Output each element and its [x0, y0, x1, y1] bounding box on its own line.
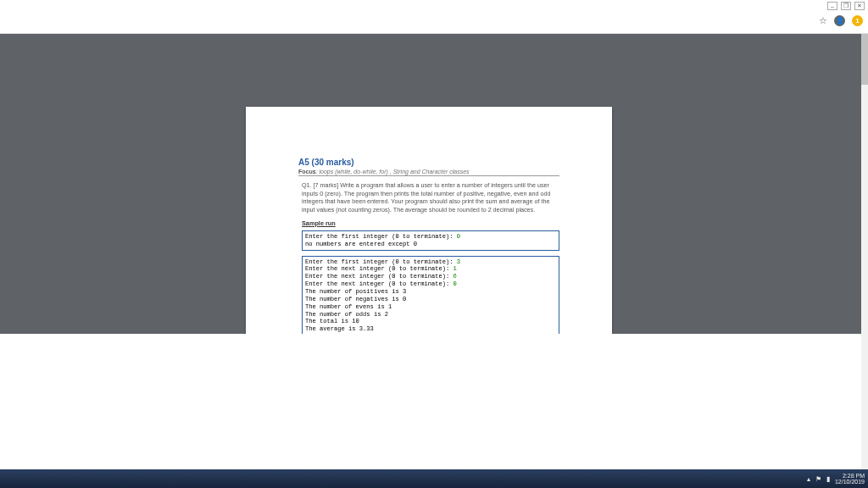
- profile-icon[interactable]: 👤: [834, 15, 845, 26]
- browser-actions: ☆ 👤 1: [819, 15, 863, 26]
- browser-chrome: – ❐ ✕ ☆ 👤 1: [0, 0, 868, 34]
- focus-text: : loops (while, do-while, for) , String …: [316, 169, 470, 175]
- bookmark-star-icon[interactable]: ☆: [819, 15, 827, 26]
- battery-icon[interactable]: ▮: [826, 475, 830, 483]
- sample-run-label: Sample run: [302, 219, 559, 227]
- sample-run-box-2: Enter the first integer (0 to terminate)…: [302, 256, 559, 336]
- show-hidden-icons-icon[interactable]: ▴: [807, 475, 810, 483]
- system-tray: ▴ ⚑ ▮ 2:28 PM 12/10/2019: [807, 473, 865, 485]
- window-minimize-button[interactable]: –: [827, 2, 837, 10]
- assignment-title: A5 (30 marks): [298, 158, 559, 167]
- page-bottom-band: [0, 334, 861, 469]
- window-maximize-button[interactable]: ❐: [841, 2, 851, 10]
- taskbar-time: 2:28 PM: [835, 473, 865, 479]
- focus-line: Focus: loops (while, do-while, for) , St…: [298, 169, 559, 176]
- question-1-text: Q1. [7 marks] Write a program that allow…: [302, 181, 559, 214]
- taskbar-date: 12/10/2019: [835, 479, 865, 485]
- windows-taskbar[interactable]: ▴ ⚑ ▮ 2:28 PM 12/10/2019: [0, 469, 868, 488]
- person-icon: 👤: [836, 17, 844, 25]
- scrollbar-thumb[interactable]: [861, 34, 868, 85]
- taskbar-clock[interactable]: 2:28 PM 12/10/2019: [835, 473, 865, 485]
- sample-run-box-1: Enter the first integer (0 to terminate)…: [302, 230, 559, 251]
- action-center-icon[interactable]: ⚑: [815, 475, 821, 483]
- focus-label: Focus: [298, 169, 316, 175]
- window-close-button[interactable]: ✕: [854, 2, 865, 10]
- notification-badge[interactable]: 1: [852, 15, 863, 26]
- window-controls: – ❐ ✕: [827, 0, 865, 12]
- vertical-scrollbar[interactable]: [861, 34, 868, 469]
